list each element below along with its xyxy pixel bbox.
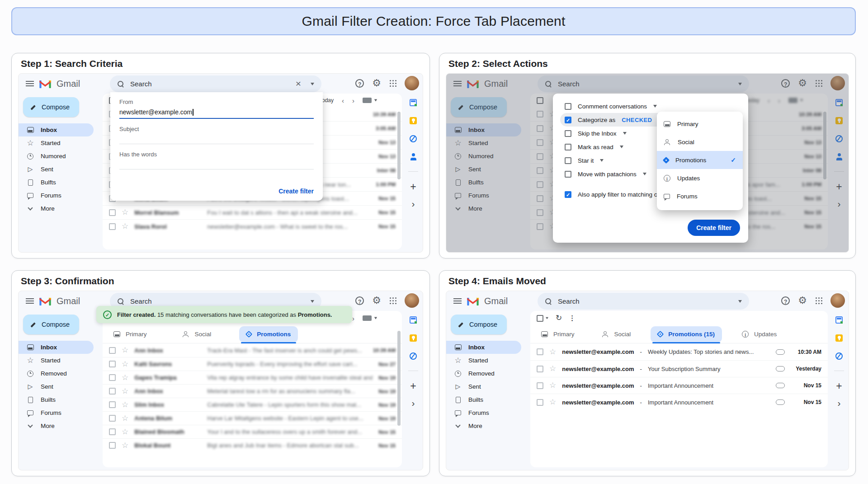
scrollbar[interactable]: [397, 331, 401, 426]
email-row[interactable]: Ann Inbox Meterial tarest tow a rm for a…: [103, 384, 402, 398]
category-tab[interactable]: Social: [175, 326, 219, 343]
sidebar-item[interactable]: Sent: [446, 163, 521, 176]
calendar-icon[interactable]: [835, 316, 843, 324]
sidebar-item[interactable]: Numored: [446, 150, 521, 163]
email-row[interactable]: newsletter@example.com - Your Subscripti…: [530, 360, 828, 377]
star-icon[interactable]: [122, 374, 128, 381]
keep-icon[interactable]: [410, 117, 417, 124]
row-checkbox[interactable]: [109, 361, 116, 367]
compose-button[interactable]: Compose: [23, 97, 79, 117]
category-caret-icon[interactable]: [653, 105, 657, 108]
newer-page-icon[interactable]: ›: [778, 97, 780, 104]
row-checkbox[interactable]: [537, 167, 543, 174]
sidebar-item[interactable]: More: [446, 419, 521, 432]
action-checkbox[interactable]: [565, 117, 571, 123]
gear-icon[interactable]: [372, 79, 381, 88]
sidebar-item[interactable]: Started: [446, 354, 521, 367]
category-tab[interactable]: Primary: [106, 326, 154, 343]
collapse-panel-icon[interactable]: [412, 399, 415, 408]
avatar[interactable]: [830, 293, 845, 308]
sidebar-item[interactable]: Removed: [446, 367, 521, 380]
sidebar-item[interactable]: Started: [446, 136, 521, 150]
category-caret-icon[interactable]: [600, 159, 604, 162]
input-tools-icon[interactable]: [363, 315, 377, 321]
search-input[interactable]: Search: [110, 75, 321, 92]
help-icon[interactable]: [781, 79, 790, 88]
email-row[interactable]: Gapes Tramipa Vila rep algray entrance b…: [103, 371, 402, 384]
row-checkbox[interactable]: [537, 209, 543, 216]
from-field[interactable]: newsletter@example.com: [119, 108, 314, 119]
action-checkbox[interactable]: [565, 191, 571, 198]
select-caret-icon[interactable]: [546, 317, 548, 320]
action-checkbox[interactable]: [565, 130, 571, 137]
category-option[interactable]: Updates: [657, 169, 743, 187]
category-option[interactable]: Promotions: [657, 151, 743, 169]
row-checkbox[interactable]: [537, 153, 543, 160]
avatar[interactable]: [405, 76, 419, 90]
sidebar-item[interactable]: Forums: [19, 189, 94, 202]
newer-page-icon[interactable]: ›: [352, 97, 354, 104]
sidebar-item[interactable]: Forums: [446, 406, 521, 419]
row-checkbox[interactable]: [537, 348, 543, 355]
search-options-caret-icon[interactable]: [738, 83, 742, 85]
row-checkbox[interactable]: [537, 399, 543, 406]
menu-icon[interactable]: [26, 298, 34, 304]
gear-icon[interactable]: [798, 296, 807, 305]
email-row[interactable]: Kalti Savrons Puerverity toprads - Every…: [103, 357, 402, 371]
avatar[interactable]: [405, 293, 419, 308]
newer-page-icon[interactable]: ›: [352, 315, 354, 322]
compose-button[interactable]: Compose: [23, 315, 79, 334]
sidebar-item[interactable]: Forums: [19, 406, 94, 419]
row-checkbox[interactable]: [537, 382, 543, 389]
apps-grid-icon[interactable]: [389, 297, 396, 304]
email-row[interactable]: Blokal Bount Bigt anes and Jub Inar item…: [103, 438, 402, 452]
star-icon[interactable]: [549, 365, 556, 372]
create-filter-button[interactable]: Create filter: [688, 220, 740, 236]
row-checkbox[interactable]: [537, 223, 543, 230]
sidebar-item[interactable]: More: [446, 202, 521, 215]
star-icon[interactable]: [122, 361, 128, 368]
search-input[interactable]: Search: [538, 75, 749, 92]
row-checkbox[interactable]: [109, 347, 116, 354]
action-checkbox[interactable]: [565, 171, 571, 178]
search-options-caret-icon[interactable]: [311, 83, 314, 85]
sidebar-item[interactable]: Inbox: [446, 341, 521, 354]
gear-icon[interactable]: [798, 79, 807, 88]
email-row[interactable]: Slim Inbox Cabrelatte Ute Tatere - Lepin…: [103, 398, 402, 411]
add-addon-icon[interactable]: [836, 183, 842, 192]
calendar-icon[interactable]: [410, 99, 417, 106]
category-tab[interactable]: Promotions (15): [651, 326, 722, 343]
row-checkbox[interactable]: [109, 415, 116, 422]
category-tab[interactable]: Primary: [534, 326, 582, 343]
star-icon[interactable]: [122, 428, 128, 436]
category-caret-icon[interactable]: [643, 173, 646, 175]
contacts-icon[interactable]: [835, 153, 843, 160]
category-tab[interactable]: Updates: [735, 326, 784, 343]
apps-grid-icon[interactable]: [815, 80, 822, 87]
collapse-panel-icon[interactable]: [412, 200, 415, 209]
keep-icon[interactable]: [835, 117, 843, 124]
email-row[interactable]: newsletter@example.com - Important Annou…: [530, 394, 828, 410]
row-checkbox[interactable]: [537, 195, 543, 202]
filter-action-row[interactable]: Star it: [560, 154, 608, 167]
sidebar-item[interactable]: More: [19, 202, 94, 215]
filter-action-row[interactable]: Move with patachions: [560, 167, 651, 181]
category-caret-icon[interactable]: [623, 132, 627, 135]
keep-icon[interactable]: [410, 334, 417, 342]
email-row[interactable]: newsletter@example.com - Weekly Updates:…: [530, 343, 828, 360]
avatar[interactable]: [830, 76, 845, 90]
compose-button[interactable]: Compose: [451, 315, 507, 334]
action-checkbox[interactable]: [565, 157, 571, 164]
star-icon[interactable]: [122, 401, 128, 409]
sidebar-item[interactable]: Inbox: [19, 341, 94, 354]
search-input[interactable]: Search: [538, 293, 749, 310]
email-row[interactable]: Ann Inbox Track-Era Mast - The fast inse…: [103, 343, 402, 357]
menu-icon[interactable]: [453, 81, 462, 86]
search-options-caret-icon[interactable]: [311, 300, 314, 303]
category-option[interactable]: Social: [657, 133, 743, 151]
tasks-icon[interactable]: [410, 135, 417, 142]
star-icon[interactable]: [122, 442, 128, 449]
filter-action-row[interactable]: Conmment conversations: [560, 99, 661, 113]
filter-action-row[interactable]: Skip the Inbox: [560, 127, 631, 140]
close-icon[interactable]: [296, 80, 301, 88]
